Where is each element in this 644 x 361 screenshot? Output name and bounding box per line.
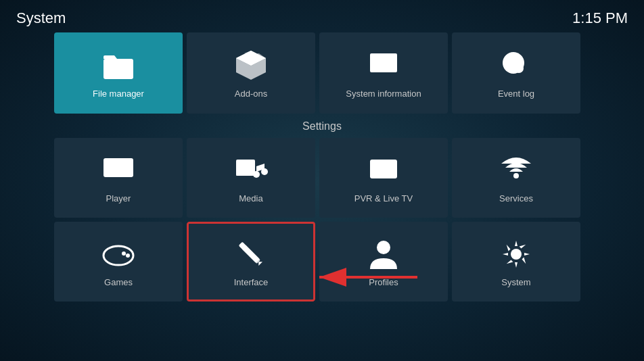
- svg-point-35: [122, 251, 126, 256]
- tile-games[interactable]: Games: [54, 222, 183, 302]
- player-icon: [101, 153, 136, 188]
- system-gear-icon: [499, 237, 534, 272]
- svg-point-45: [377, 241, 390, 254]
- presentation-icon: [366, 48, 401, 83]
- tile-file-manager-label: File manager: [93, 89, 144, 99]
- tile-file-manager[interactable]: File manager: [54, 32, 183, 114]
- interface-icon: [233, 237, 269, 272]
- app-title: System: [16, 9, 66, 27]
- tile-add-ons-label: Add-ons: [235, 89, 267, 99]
- tile-event-log-label: Event log: [498, 89, 534, 99]
- svg-point-47: [513, 251, 520, 258]
- tile-system-information[interactable]: System information: [319, 32, 448, 114]
- svg-rect-10: [388, 61, 392, 68]
- settings-row-2: Games Interface: [54, 222, 590, 302]
- svg-point-31: [513, 173, 519, 178]
- tile-media[interactable]: Media: [187, 138, 315, 218]
- svg-line-26: [374, 155, 378, 160]
- services-icon: [499, 153, 534, 188]
- svg-rect-40: [242, 244, 260, 263]
- tile-profiles-label: Profiles: [369, 277, 398, 287]
- svg-rect-8: [374, 63, 378, 68]
- tile-pvr-label: PVR & Live TV: [354, 193, 413, 203]
- svg-point-24: [261, 168, 268, 175]
- tile-system[interactable]: System: [452, 222, 580, 302]
- header: System 1:15 PM: [0, 0, 644, 32]
- svg-rect-30: [374, 164, 393, 174]
- svg-line-27: [389, 155, 393, 160]
- tile-player-label: Player: [106, 193, 131, 203]
- settings-section: Settings Player: [0, 120, 644, 302]
- svg-rect-0: [104, 59, 133, 79]
- profiles-icon: [366, 237, 401, 272]
- svg-point-23: [253, 171, 260, 178]
- clock-search-icon: [499, 48, 534, 83]
- tile-media-label: Media: [239, 193, 262, 203]
- svg-line-14: [522, 71, 528, 78]
- gamepad-icon: [101, 237, 136, 272]
- settings-row-1: Player Media: [54, 138, 590, 218]
- tile-pvr-live-tv[interactable]: PVR & Live TV: [319, 138, 448, 218]
- tile-system-label: System: [501, 277, 530, 287]
- svg-rect-9: [381, 59, 385, 68]
- svg-point-36: [126, 254, 130, 258]
- svg-point-15: [514, 64, 524, 73]
- tile-event-log[interactable]: Event log: [452, 32, 580, 114]
- tile-profiles[interactable]: Profiles: [319, 222, 448, 302]
- tile-interface[interactable]: Interface: [187, 222, 315, 302]
- tile-system-information-label: System information: [346, 89, 421, 99]
- tile-add-ons[interactable]: Add-ons: [187, 32, 315, 114]
- media-icon: [233, 153, 269, 188]
- tile-services[interactable]: Services: [452, 138, 580, 218]
- folder-icon: [101, 48, 136, 83]
- settings-label: Settings: [54, 120, 590, 133]
- tile-player[interactable]: Player: [54, 138, 183, 218]
- tile-games-label: Games: [104, 277, 133, 287]
- box-icon: [233, 48, 269, 83]
- clock: 1:15 PM: [572, 9, 628, 27]
- tv-icon: [366, 153, 401, 188]
- tile-services-label: Services: [499, 193, 533, 203]
- tile-interface-label: Interface: [234, 277, 269, 287]
- top-grid: File manager Add-ons System information: [0, 32, 644, 114]
- svg-point-21: [239, 162, 244, 166]
